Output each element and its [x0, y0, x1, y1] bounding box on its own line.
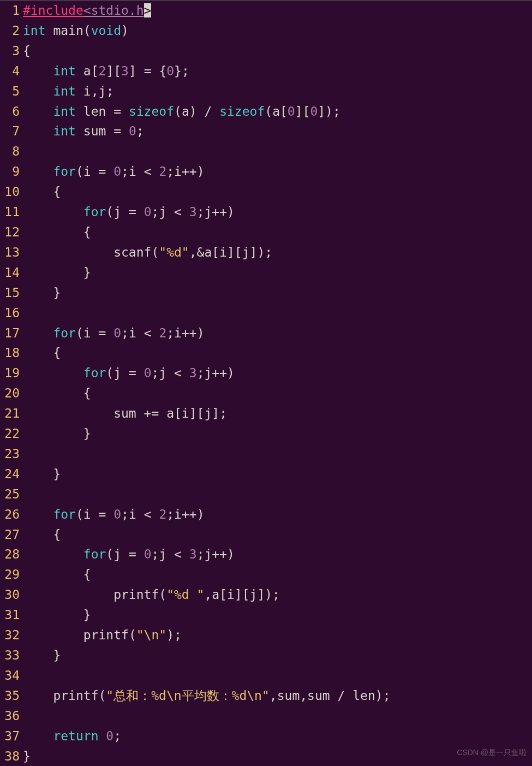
watermark: CSDN @是一只鱼啦 [457, 743, 527, 763]
line-number: 4 [0, 61, 23, 81]
line-number: 34 [0, 666, 23, 686]
line-number: 33 [0, 645, 23, 666]
code-line: 34 [0, 666, 532, 686]
line-number: 18 [0, 343, 23, 363]
line-number: 1 [0, 1, 23, 21]
code-content: } [23, 263, 532, 283]
code-line: 10 { [0, 182, 532, 202]
code-line: 17 for(i = 0;i < 2;i++) [0, 323, 532, 343]
code-content: printf("总和：%d\n平均数：%d\n",sum,sum / len); [23, 686, 532, 706]
line-number: 31 [0, 605, 23, 625]
code-line: 28 for(j = 0;j < 3;j++) [0, 544, 532, 565]
code-line: 15 } [0, 283, 532, 303]
code-content: } [23, 424, 532, 444]
code-content: } [23, 605, 532, 625]
line-number: 27 [0, 525, 23, 545]
code-line: 1#include<stdio.h> [0, 0, 532, 21]
line-number: 24 [0, 464, 23, 484]
line-number: 15 [0, 283, 23, 303]
code-content: printf("%d ",a[i][j]); [23, 585, 532, 605]
code-content: scanf("%d",&a[i][j]); [23, 242, 532, 263]
line-number: 30 [0, 585, 23, 605]
code-line: 29 { [0, 565, 532, 585]
code-line: 7 int sum = 0; [0, 121, 532, 141]
code-content [23, 444, 532, 464]
code-line: 27 { [0, 525, 532, 545]
line-number: 19 [0, 363, 23, 383]
code-line: 25 [0, 484, 532, 504]
line-number: 21 [0, 403, 23, 424]
code-line: 11 for(j = 0;j < 3;j++) [0, 202, 532, 222]
line-number: 37 [0, 726, 23, 746]
line-number: 3 [0, 41, 23, 61]
code-line: 18 { [0, 343, 532, 363]
code-line: 14 } [0, 263, 532, 283]
line-number: 35 [0, 686, 23, 706]
line-number: 38 [0, 746, 23, 766]
code-content: int i,j; [23, 81, 532, 102]
code-content: { [23, 343, 532, 363]
code-content: { [23, 525, 532, 545]
code-line: 5 int i,j; [0, 81, 532, 102]
line-number: 25 [0, 484, 23, 504]
code-content: { [23, 182, 532, 202]
code-line: 26 for(i = 0;i < 2;i++) [0, 504, 532, 525]
code-line: 3{ [0, 41, 532, 61]
code-line: 24 } [0, 464, 532, 484]
line-number: 6 [0, 102, 23, 122]
code-line: 9 for(i = 0;i < 2;i++) [0, 162, 532, 182]
code-content: } [23, 746, 532, 766]
code-content: { [23, 383, 532, 403]
line-number: 9 [0, 162, 23, 182]
code-line: 12 { [0, 222, 532, 242]
code-content [23, 484, 532, 504]
code-line: 4 int a[2][3] = {0}; [0, 61, 532, 81]
code-line: 8 [0, 141, 532, 162]
code-content: for(j = 0;j < 3;j++) [23, 544, 532, 565]
code-content: for(j = 0;j < 3;j++) [23, 202, 532, 222]
line-number: 10 [0, 182, 23, 202]
code-content: printf("\n"); [23, 625, 532, 645]
code-line: 38} [0, 746, 532, 766]
code-content: int a[2][3] = {0}; [23, 61, 532, 81]
code-line: 19 for(j = 0;j < 3;j++) [0, 363, 532, 383]
line-number: 8 [0, 141, 23, 162]
code-content: { [23, 565, 532, 585]
code-line: 6 int len = sizeof(a) / sizeof(a[0][0]); [0, 102, 532, 122]
line-number: 32 [0, 625, 23, 645]
code-line: 2int main(void) [0, 21, 532, 41]
code-editor: 1#include<stdio.h>2int main(void)3{4 int… [0, 0, 532, 766]
line-number: 26 [0, 504, 23, 525]
code-content: { [23, 41, 532, 61]
code-content: } [23, 283, 532, 303]
code-line: 33 } [0, 645, 532, 666]
code-content: } [23, 645, 532, 666]
code-content: int sum = 0; [23, 121, 532, 141]
line-number: 2 [0, 21, 23, 41]
line-number: 29 [0, 565, 23, 585]
code-content: int len = sizeof(a) / sizeof(a[0][0]); [23, 102, 532, 122]
code-line: 35 printf("总和：%d\n平均数：%d\n",sum,sum / le… [0, 686, 532, 706]
code-line: 30 printf("%d ",a[i][j]); [0, 585, 532, 605]
code-content [23, 666, 532, 686]
code-content: sum += a[i][j]; [23, 403, 532, 424]
code-content: } [23, 464, 532, 484]
code-content: #include<stdio.h> [23, 1, 532, 21]
code-line: 23 [0, 444, 532, 464]
code-content: for(i = 0;i < 2;i++) [23, 162, 532, 182]
code-line: 22 } [0, 424, 532, 444]
line-number: 5 [0, 81, 23, 102]
line-number: 17 [0, 323, 23, 343]
line-number: 11 [0, 202, 23, 222]
line-number: 36 [0, 706, 23, 726]
code-line: 13 scanf("%d",&a[i][j]); [0, 242, 532, 263]
line-number: 12 [0, 222, 23, 242]
code-line: 36 [0, 706, 532, 726]
line-number: 20 [0, 383, 23, 403]
code-content: for(i = 0;i < 2;i++) [23, 504, 532, 525]
line-number: 16 [0, 303, 23, 323]
line-number: 7 [0, 121, 23, 141]
code-line: 21 sum += a[i][j]; [0, 403, 532, 424]
code-line: 20 { [0, 383, 532, 403]
line-number: 23 [0, 444, 23, 464]
